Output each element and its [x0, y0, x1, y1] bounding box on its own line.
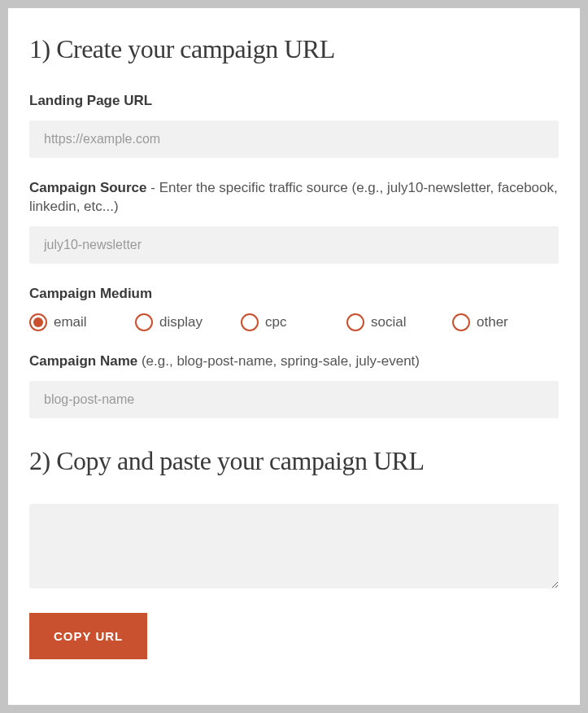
campaign-name-group: Campaign Name (e.g., blog-post-name, spr…	[29, 352, 559, 418]
campaign-url-builder: 1) Create your campaign URL Landing Page…	[8, 8, 580, 705]
landing-url-input[interactable]	[29, 120, 559, 158]
radio-other[interactable]: other	[452, 313, 558, 331]
section-1-heading: 1) Create your campaign URL	[29, 34, 559, 64]
radio-icon	[346, 313, 364, 331]
campaign-medium-label: Campaign Medium	[29, 285, 559, 304]
radio-label: social	[371, 314, 406, 330]
landing-url-label: Landing Page URL	[29, 92, 559, 111]
radio-label: cpc	[265, 314, 286, 330]
campaign-url-output[interactable]	[29, 504, 559, 588]
copy-url-button[interactable]: Copy URL	[29, 613, 147, 659]
radio-icon	[29, 313, 47, 331]
campaign-source-label: Campaign Source - Enter the specific tra…	[29, 179, 559, 217]
radio-label: email	[54, 314, 87, 330]
campaign-name-label: Campaign Name (e.g., blog-post-name, spr…	[29, 352, 559, 371]
campaign-name-input[interactable]	[29, 381, 559, 418]
radio-cpc[interactable]: cpc	[241, 313, 346, 331]
campaign-medium-options: email display cpc social other	[29, 313, 559, 331]
radio-icon	[241, 313, 259, 331]
radio-display[interactable]: display	[135, 313, 241, 331]
campaign-medium-group: Campaign Medium email display cpc social…	[29, 285, 559, 331]
radio-email[interactable]: email	[29, 313, 135, 331]
campaign-source-input[interactable]	[29, 226, 559, 264]
radio-icon	[135, 313, 153, 331]
radio-label: other	[477, 314, 508, 330]
radio-icon	[452, 313, 470, 331]
section-2-heading: 2) Copy and paste your campaign URL	[29, 446, 559, 476]
campaign-source-group: Campaign Source - Enter the specific tra…	[29, 179, 559, 264]
radio-social[interactable]: social	[346, 313, 452, 331]
radio-label: display	[159, 314, 203, 330]
landing-url-group: Landing Page URL	[29, 92, 559, 158]
